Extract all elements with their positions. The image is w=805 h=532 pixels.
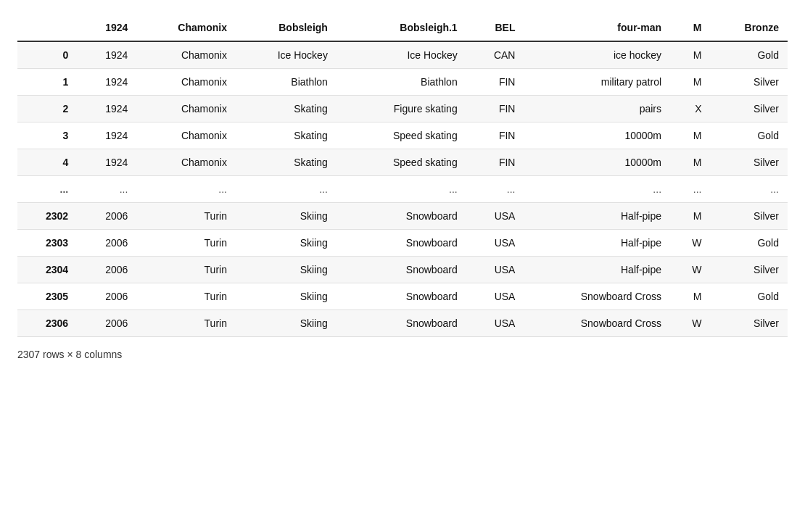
table-cell: Skating xyxy=(236,96,337,122)
table-cell: Silver xyxy=(710,149,788,176)
col-header-medal: Bronze xyxy=(710,14,788,41)
table-cell: USA xyxy=(466,283,524,310)
table-cell: ... xyxy=(710,176,788,203)
table-cell: Silver xyxy=(710,69,788,96)
table-row: 23052006TurinSkiingSnowboardUSASnowboard… xyxy=(17,283,788,310)
table-cell: Chamonix xyxy=(136,122,236,149)
col-header-sport: Bobsleigh xyxy=(236,14,337,41)
table-cell: ... xyxy=(17,176,77,203)
table-cell: Snowboard xyxy=(337,283,466,310)
table-cell: Snowboard xyxy=(337,257,466,283)
table-cell: ... xyxy=(524,176,670,203)
table-cell: Gold xyxy=(710,283,788,310)
table-cell: Biathlon xyxy=(337,69,466,96)
col-header-gender: M xyxy=(670,14,710,41)
table-cell: Snowboard xyxy=(337,203,466,230)
table-cell: ... xyxy=(236,176,337,203)
table-cell: Chamonix xyxy=(136,96,236,122)
table-cell: M xyxy=(670,122,710,149)
table-cell: Skiing xyxy=(236,203,337,230)
table-cell: 1924 xyxy=(77,41,136,69)
table-cell: 2302 xyxy=(17,203,77,230)
table-row: 41924ChamonixSkatingSpeed skatingFIN1000… xyxy=(17,149,788,176)
table-cell: 1924 xyxy=(77,96,136,122)
col-header-country: BEL xyxy=(466,14,524,41)
table-cell: 2 xyxy=(17,96,77,122)
table-cell: Skating xyxy=(236,122,337,149)
table-cell: Turin xyxy=(136,310,236,337)
table-cell: 10000m xyxy=(524,149,670,176)
table-row: 23042006TurinSkiingSnowboardUSAHalf-pipe… xyxy=(17,257,788,283)
table-cell: Ice Hockey xyxy=(337,41,466,69)
table-cell: W xyxy=(670,230,710,257)
table-row: 21924ChamonixSkatingFigure skatingFINpai… xyxy=(17,96,788,122)
col-header-discipline: four-man xyxy=(524,14,670,41)
table-cell: ... xyxy=(337,176,466,203)
table-row: 01924ChamonixIce HockeyIce HockeyCANice … xyxy=(17,41,788,69)
data-table: 1924 Chamonix Bobsleigh Bobsleigh.1 BEL … xyxy=(17,14,788,360)
table-cell: 1924 xyxy=(77,69,136,96)
table-cell: M xyxy=(670,203,710,230)
table-cell: ... xyxy=(670,176,710,203)
table-cell: ice hockey xyxy=(524,41,670,69)
table-cell: ... xyxy=(136,176,236,203)
table-cell: 2006 xyxy=(77,230,136,257)
table-cell: Biathlon xyxy=(236,69,337,96)
table-cell: 10000m xyxy=(524,122,670,149)
table-cell: 2305 xyxy=(17,283,77,310)
table-cell: Chamonix xyxy=(136,41,236,69)
table-cell: X xyxy=(670,96,710,122)
table-row: 23062006TurinSkiingSnowboardUSASnowboard… xyxy=(17,310,788,337)
col-header-index xyxy=(17,14,77,41)
table-row: 11924ChamonixBiathlonBiathlonFINmilitary… xyxy=(17,69,788,96)
table-cell: Half-pipe xyxy=(524,230,670,257)
table-cell: ... xyxy=(77,176,136,203)
table-cell: FIN xyxy=(466,69,524,96)
table-cell: 2303 xyxy=(17,230,77,257)
table-cell: Skating xyxy=(236,149,337,176)
table-cell: 0 xyxy=(17,41,77,69)
table-cell: CAN xyxy=(466,41,524,69)
col-header-event: Bobsleigh.1 xyxy=(337,14,466,41)
table-row: 23032006TurinSkiingSnowboardUSAHalf-pipe… xyxy=(17,230,788,257)
table-cell: USA xyxy=(466,203,524,230)
table-cell: Speed skating xyxy=(337,149,466,176)
table-cell: M xyxy=(670,69,710,96)
table-cell: Gold xyxy=(710,230,788,257)
table-cell: pairs xyxy=(524,96,670,122)
table-cell: Skiing xyxy=(236,257,337,283)
table-cell: Gold xyxy=(710,122,788,149)
table-header-row: 1924 Chamonix Bobsleigh Bobsleigh.1 BEL … xyxy=(17,14,788,41)
table-cell: Half-pipe xyxy=(524,257,670,283)
table-cell: W xyxy=(670,310,710,337)
table-cell: 2006 xyxy=(77,310,136,337)
table-cell: Speed skating xyxy=(337,122,466,149)
table-cell: FIN xyxy=(466,149,524,176)
table-cell: 2006 xyxy=(77,203,136,230)
table-cell: 2306 xyxy=(17,310,77,337)
table-cell: military patrol xyxy=(524,69,670,96)
table-cell: Chamonix xyxy=(136,149,236,176)
table-cell: Skiing xyxy=(236,310,337,337)
table-cell: Silver xyxy=(710,203,788,230)
table-row: 31924ChamonixSkatingSpeed skatingFIN1000… xyxy=(17,122,788,149)
table-cell: Half-pipe xyxy=(524,203,670,230)
table-cell: M xyxy=(670,41,710,69)
col-header-city: Chamonix xyxy=(136,14,236,41)
table-cell: ... xyxy=(466,176,524,203)
table-cell: 1924 xyxy=(77,149,136,176)
table-cell: USA xyxy=(466,257,524,283)
table-cell: Ice Hockey xyxy=(236,41,337,69)
table-cell: M xyxy=(670,149,710,176)
table-cell: Turin xyxy=(136,230,236,257)
table-cell: Turin xyxy=(136,283,236,310)
table-cell: Silver xyxy=(710,96,788,122)
table-cell: Gold xyxy=(710,41,788,69)
table-cell: 2304 xyxy=(17,257,77,283)
table-cell: M xyxy=(670,283,710,310)
table-cell: 1924 xyxy=(77,122,136,149)
table-cell: Snowboard Cross xyxy=(524,310,670,337)
table-cell: FIN xyxy=(466,122,524,149)
table-cell: 3 xyxy=(17,122,77,149)
table-cell: USA xyxy=(466,310,524,337)
